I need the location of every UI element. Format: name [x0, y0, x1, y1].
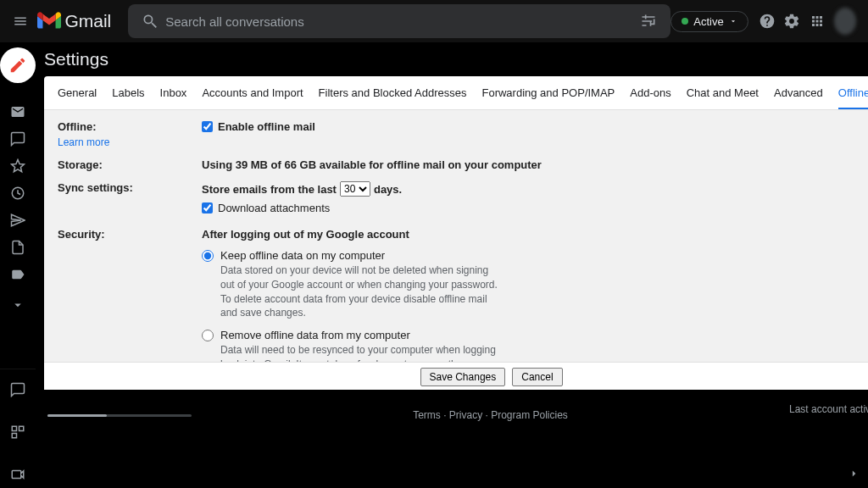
chat-icon	[10, 131, 25, 147]
gmail-logo[interactable]: Gmail	[37, 11, 111, 31]
account-avatar[interactable]	[834, 8, 856, 35]
security-remove-label: Remove offline data from my computer	[220, 329, 410, 341]
tab-advanced[interactable]: Advanced	[774, 86, 823, 109]
sync-prefix: Store emails from the last	[202, 183, 337, 196]
main-menu-button[interactable]	[7, 4, 34, 38]
tab-labels[interactable]: Labels	[112, 86, 144, 109]
tab-filters-and-blocked-addresses[interactable]: Filters and Blocked Addresses	[319, 86, 467, 109]
search-options-icon[interactable]	[640, 13, 657, 30]
nav-label[interactable]	[1, 261, 35, 288]
enable-offline-row[interactable]: Enable offline mail	[202, 120, 868, 133]
app-name: Gmail	[64, 11, 111, 31]
status-dot-icon	[682, 18, 688, 25]
chevron-down-icon	[729, 17, 737, 25]
nav-more[interactable]	[1, 291, 35, 319]
help-icon	[759, 13, 776, 30]
tab-general[interactable]: General	[58, 86, 97, 109]
storage-text: Using 39 MB of 66 GB available for offli…	[202, 158, 542, 171]
search-icon	[142, 13, 159, 30]
security-keep-label: Keep offline data on my computer	[220, 249, 385, 262]
cancel-button[interactable]: Cancel	[512, 368, 562, 386]
star-icon	[10, 158, 25, 174]
download-attachments-checkbox[interactable]	[202, 202, 213, 214]
svg-rect-3	[12, 434, 16, 438]
security-keep-row[interactable]: Keep offline data on my computer	[202, 249, 868, 262]
gmail-icon	[37, 12, 61, 30]
apps-grid-icon	[810, 14, 825, 29]
tab-chat-and-meet[interactable]: Chat and Meet	[687, 86, 759, 109]
storage-usage-bar	[47, 414, 192, 417]
sync-label: Sync settings:	[58, 181, 133, 194]
tab-offline[interactable]: Offline	[838, 86, 868, 109]
enable-offline-label: Enable offline mail	[218, 120, 315, 133]
chat-bubble-icon	[10, 382, 25, 397]
security-heading: After logging out of my Google account	[202, 228, 409, 241]
apps-button[interactable]	[804, 6, 829, 36]
compose-button[interactable]	[0, 47, 36, 83]
settings-button[interactable]	[780, 6, 804, 36]
download-attachments-row[interactable]: Download attachments	[202, 202, 868, 214]
svg-rect-1	[12, 426, 16, 430]
security-remove-radio[interactable]	[202, 330, 214, 341]
document-icon	[10, 240, 25, 255]
nav-starred[interactable]	[1, 152, 35, 180]
tab-add-ons[interactable]: Add-ons	[630, 86, 670, 109]
settings-tabs: GeneralLabelsInboxAccounts and ImportFil…	[44, 76, 868, 110]
security-keep-desc: Data stored on your device will not be d…	[220, 263, 500, 320]
gear-icon	[783, 13, 800, 30]
storage-label: Storage:	[58, 158, 103, 171]
tab-inbox[interactable]: Inbox	[160, 86, 187, 109]
support-button[interactable]	[755, 6, 780, 36]
grid-icon	[10, 424, 25, 440]
nav-meet[interactable]	[1, 461, 35, 488]
security-remove-desc: Data will need to be resynced to your co…	[220, 343, 500, 362]
learn-more-link[interactable]: Learn more	[58, 136, 202, 148]
enable-offline-checkbox[interactable]	[202, 121, 213, 132]
nav-chat-bottom[interactable]	[1, 376, 35, 403]
security-label: Security:	[58, 228, 105, 241]
footer-terms[interactable]: Terms	[413, 409, 441, 421]
offline-label: Offline:	[58, 120, 97, 133]
security-keep-radio[interactable]	[202, 250, 214, 262]
security-remove-row[interactable]: Remove offline data from my computer	[202, 329, 868, 341]
tab-accounts-and-import[interactable]: Accounts and Import	[202, 86, 303, 109]
page-title: Settings	[44, 49, 868, 69]
inbox-icon	[10, 104, 25, 119]
tab-forwarding-and-pop-imap[interactable]: Forwarding and POP/IMAP	[481, 86, 615, 109]
search-input[interactable]	[165, 14, 633, 29]
save-button[interactable]: Save Changes	[420, 368, 506, 386]
clock-icon	[10, 186, 25, 201]
nav-inbox[interactable]	[1, 98, 35, 125]
svg-rect-2	[19, 426, 24, 430]
download-attachments-label: Download attachments	[218, 202, 330, 214]
status-label: Active	[693, 15, 723, 28]
video-icon	[10, 467, 25, 482]
sync-suffix: days.	[374, 183, 402, 196]
nav-snoozed[interactable]	[1, 180, 35, 207]
footer-policies[interactable]: Program Policies	[491, 409, 568, 421]
pencil-icon	[8, 56, 27, 75]
search-bar[interactable]	[128, 4, 670, 38]
nav-sent[interactable]	[1, 207, 35, 234]
chevron-down-icon	[10, 297, 25, 313]
nav-spaces[interactable]	[1, 419, 35, 446]
nav-drafts[interactable]	[1, 234, 35, 261]
label-icon	[10, 267, 25, 282]
send-icon	[10, 213, 25, 228]
sync-days-select[interactable]: 30	[340, 181, 370, 197]
chevron-right-icon	[848, 468, 860, 480]
nav-chat[interactable]	[1, 125, 35, 152]
footer-privacy[interactable]: Privacy	[449, 409, 482, 421]
activity-prefix: Last account activity:	[789, 403, 868, 415]
status-chip[interactable]: Active	[670, 11, 748, 32]
hide-sidepanel-button[interactable]	[848, 468, 860, 480]
